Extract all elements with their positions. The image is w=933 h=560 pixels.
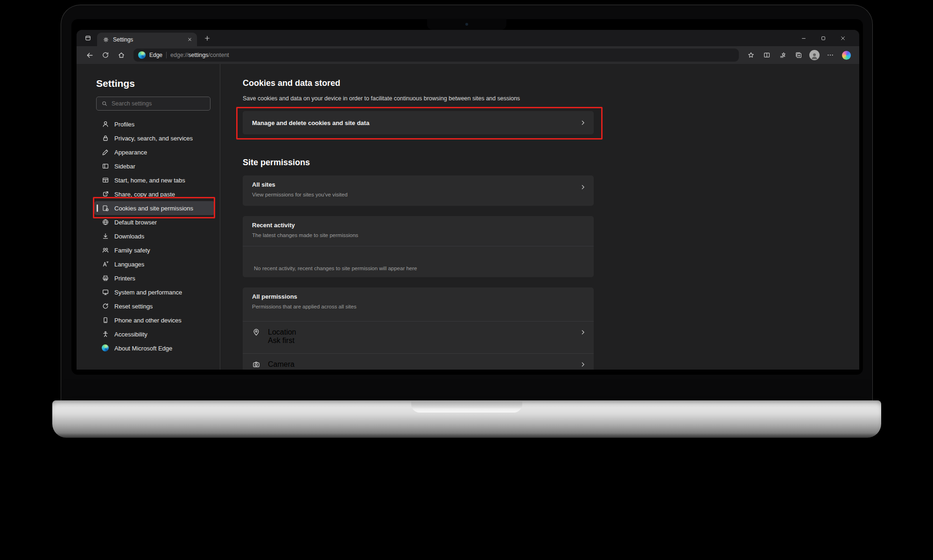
recent-activity-card: Recent activity The latest changes made … xyxy=(243,216,594,277)
settings-page: Settings Profiles Privacy, search, and s… xyxy=(77,64,859,370)
search-settings-box[interactable] xyxy=(96,97,210,111)
all-sites-row[interactable]: All sites View permissions for sites you… xyxy=(243,175,594,206)
profile-button[interactable] xyxy=(807,48,822,62)
sidebar-item-privacy[interactable]: Privacy, search, and services xyxy=(94,131,215,145)
favorites-hub-button[interactable] xyxy=(775,48,790,62)
recent-activity-empty-message: No recent activity, recent changes to si… xyxy=(254,266,417,271)
sidebar-item-accessibility[interactable]: Accessibility xyxy=(94,327,215,341)
camera-notch xyxy=(427,19,506,30)
sidebar-icon xyxy=(102,162,109,170)
sidebar-item-sidebar[interactable]: Sidebar xyxy=(94,159,215,173)
copilot-button[interactable] xyxy=(839,48,854,62)
edge-logo-icon xyxy=(138,51,146,59)
collections-button[interactable] xyxy=(791,48,806,62)
privacy-icon xyxy=(102,134,109,142)
site-permissions-title: Site permissions xyxy=(243,157,859,168)
settings-sidebar: Settings Profiles Privacy, search, and s… xyxy=(77,64,220,370)
plus-icon xyxy=(204,35,210,42)
avatar xyxy=(809,50,820,60)
laptop-screen-bezel: Settings xyxy=(61,5,873,400)
back-button[interactable] xyxy=(82,48,97,62)
home-icon xyxy=(118,51,125,59)
divider xyxy=(243,246,594,246)
copilot-icon xyxy=(842,51,851,60)
cookies-section-title: Cookies and data stored xyxy=(243,78,859,88)
default-browser-icon xyxy=(102,218,109,226)
site-label: Edge xyxy=(149,52,162,58)
settings-main-panel: Cookies and data stored Save cookies and… xyxy=(220,64,859,370)
close-window-button[interactable] xyxy=(833,30,853,46)
search-settings-input[interactable] xyxy=(112,100,205,107)
camera-icon xyxy=(252,360,260,369)
tab-close-button[interactable] xyxy=(185,35,194,44)
split-screen-button[interactable] xyxy=(759,48,774,62)
url-scheme: edge:// xyxy=(170,52,188,58)
sidebar-item-downloads[interactable]: Downloads xyxy=(94,229,215,243)
star-icon xyxy=(747,51,755,59)
all-permissions-header: All permissions Permissions that are app… xyxy=(243,287,594,321)
sidebar-item-profiles[interactable]: Profiles xyxy=(94,117,215,131)
share-icon xyxy=(102,190,109,198)
all-permissions-card: All permissions Permissions that are app… xyxy=(243,287,594,370)
split-screen-icon xyxy=(763,51,771,59)
browser-window: Settings xyxy=(77,30,859,370)
refresh-button[interactable] xyxy=(98,48,113,62)
sidebar-item-phone-devices[interactable]: Phone and other devices xyxy=(94,313,215,327)
close-icon xyxy=(840,35,846,41)
edge-logo-icon xyxy=(102,344,109,352)
family-safety-icon xyxy=(102,246,109,254)
laptop-display: Settings xyxy=(71,19,863,375)
cookies-icon xyxy=(102,204,109,212)
navigation-toolbar: Edge edge://settings/content xyxy=(77,46,859,64)
back-arrow-icon xyxy=(86,51,94,59)
sidebar-item-appearance[interactable]: Appearance xyxy=(94,145,215,159)
permission-row-location[interactable]: Location Ask first xyxy=(243,322,594,353)
maximize-button[interactable] xyxy=(814,30,833,46)
address-divider xyxy=(166,52,167,58)
sidebar-item-printers[interactable]: Printers xyxy=(94,271,215,285)
sidebar-item-languages[interactable]: Languages xyxy=(94,257,215,271)
url-section: settings xyxy=(188,52,208,58)
languages-icon xyxy=(102,260,109,268)
window-controls xyxy=(794,30,853,46)
manage-cookies-row[interactable]: Manage and delete cookies and site data xyxy=(243,111,594,134)
start-home-icon xyxy=(102,176,109,184)
webcam-icon xyxy=(465,23,468,26)
minimize-button[interactable] xyxy=(794,30,814,46)
phone-icon xyxy=(102,316,109,324)
reset-icon xyxy=(102,302,109,310)
collections-icon xyxy=(795,51,802,59)
home-button[interactable] xyxy=(114,48,129,62)
sidebar-item-system-performance[interactable]: System and performance xyxy=(94,285,215,299)
accessibility-icon xyxy=(102,330,109,338)
tab-actions-button[interactable] xyxy=(81,32,94,45)
sidebar-item-cookies-permissions[interactable]: Cookies and site permissions xyxy=(94,201,215,215)
url-text: edge://settings/content xyxy=(170,52,229,58)
sidebar-item-reset-settings[interactable]: Reset settings xyxy=(94,299,215,313)
sidebar-item-default-browser[interactable]: Default browser xyxy=(94,215,215,229)
sidebar-item-about-edge[interactable]: About Microsoft Edge xyxy=(94,341,215,355)
address-bar[interactable]: Edge edge://settings/content xyxy=(133,49,739,62)
workspaces-icon xyxy=(84,35,91,42)
appearance-icon xyxy=(102,148,109,156)
profiles-icon xyxy=(102,120,109,128)
cookies-section-description: Save cookies and data on your device in … xyxy=(243,95,859,102)
refresh-icon xyxy=(102,51,109,59)
sidebar-item-start-home-tabs[interactable]: Start, home, and new tabs xyxy=(94,173,215,187)
printers-icon xyxy=(102,274,109,282)
permission-row-camera[interactable]: Camera xyxy=(243,354,594,370)
favorites-star-button[interactable] xyxy=(744,48,758,62)
settings-and-more-button[interactable] xyxy=(823,48,838,62)
chevron-right-icon xyxy=(580,361,586,368)
laptop-base xyxy=(52,400,881,438)
location-icon xyxy=(252,328,260,336)
browser-tab-settings[interactable]: Settings xyxy=(97,33,197,46)
sidebar-item-share-copy-paste[interactable]: Share, copy and paste xyxy=(94,187,215,201)
tab-strip: Settings xyxy=(77,30,859,46)
chevron-right-icon xyxy=(580,119,586,126)
desktop-background: { "browser": { "tab_title": "Settings", … xyxy=(0,0,933,560)
new-tab-button[interactable] xyxy=(201,32,214,45)
minimize-icon xyxy=(801,35,807,41)
favorites-hub-icon xyxy=(779,51,786,59)
sidebar-item-family-safety[interactable]: Family safety xyxy=(94,243,215,257)
